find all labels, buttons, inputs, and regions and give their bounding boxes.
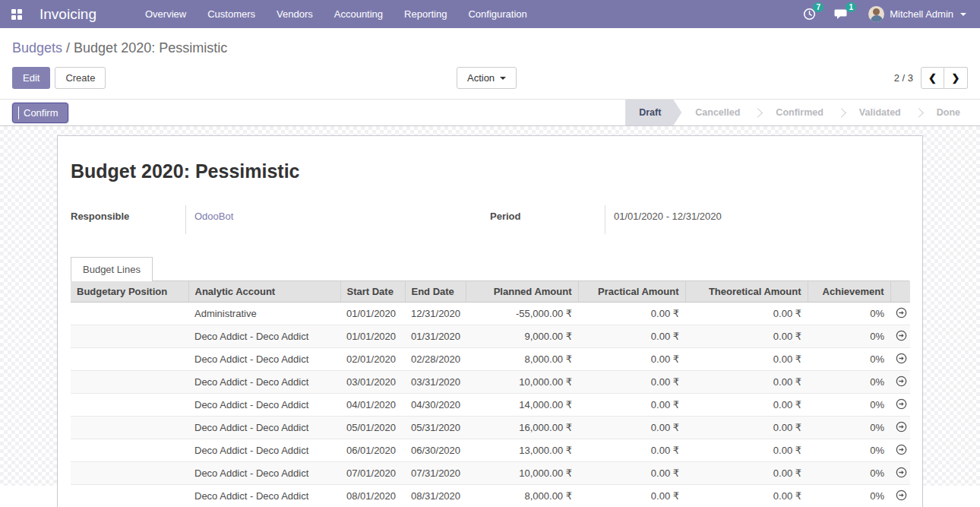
cell-analytic-account[interactable]: Deco Addict - Deco Addict: [188, 371, 340, 394]
column-header-end-date[interactable]: End Date: [405, 281, 466, 303]
cell-start-date[interactable]: 05/01/2020: [340, 417, 405, 439]
cell-entries-action[interactable]: [890, 417, 910, 439]
cell-theoretical-amount[interactable]: 0.00 ₹: [685, 371, 808, 394]
cell-practical-amount[interactable]: 0.00 ₹: [578, 394, 685, 417]
cell-theoretical-amount[interactable]: 0.00 ₹: [685, 485, 808, 507]
nav-menu-item[interactable]: Vendors: [266, 0, 324, 28]
cell-start-date[interactable]: 07/01/2020: [340, 462, 405, 485]
cell-theoretical-amount[interactable]: 0.00 ₹: [685, 348, 808, 371]
cell-analytic-account[interactable]: Deco Addict - Deco Addict: [188, 417, 340, 439]
stage-confirmed[interactable]: Confirmed: [762, 100, 837, 125]
column-header-budgetary-position[interactable]: Budgetary Position: [71, 281, 188, 303]
cell-end-date[interactable]: 01/31/2020: [405, 325, 466, 348]
column-header-practical-amount[interactable]: Practical Amount: [578, 281, 685, 303]
cell-planned-amount[interactable]: 9,000.00 ₹: [466, 325, 578, 348]
cell-theoretical-amount[interactable]: 0.00 ₹: [685, 394, 808, 417]
nav-menu-item[interactable]: Overview: [134, 0, 197, 28]
cell-budgetary-position[interactable]: [71, 417, 188, 439]
cell-achievement[interactable]: 0%: [808, 394, 890, 417]
nav-menu-item[interactable]: Reporting: [394, 0, 457, 28]
cell-budgetary-position[interactable]: [71, 439, 188, 462]
cell-budgetary-position[interactable]: [71, 325, 188, 348]
cell-entries-action[interactable]: [890, 303, 910, 325]
cell-achievement[interactable]: 0%: [808, 485, 890, 507]
budget-line-row[interactable]: Deco Addict - Deco Addict 01/01/2020 01/…: [71, 325, 910, 348]
cell-achievement[interactable]: 0%: [808, 303, 890, 325]
cell-end-date[interactable]: 06/30/2020: [405, 439, 466, 462]
cell-end-date[interactable]: 03/31/2020: [405, 371, 466, 394]
cell-planned-amount[interactable]: 16,000.00 ₹: [466, 417, 578, 439]
budget-line-row[interactable]: Deco Addict - Deco Addict 08/01/2020 08/…: [71, 485, 910, 507]
stage-validated[interactable]: Validated: [846, 100, 915, 125]
confirm-button[interactable]: Confirm: [12, 103, 68, 123]
cell-practical-amount[interactable]: 0.00 ₹: [578, 439, 685, 462]
cell-achievement[interactable]: 0%: [808, 325, 890, 348]
pager-previous-button[interactable]: ❮: [921, 67, 944, 89]
cell-planned-amount[interactable]: -55,000.00 ₹: [466, 303, 578, 325]
cell-practical-amount[interactable]: 0.00 ₹: [578, 462, 685, 485]
cell-start-date[interactable]: 08/01/2020: [340, 485, 405, 507]
column-header-achievement[interactable]: Achievement: [808, 281, 890, 303]
cell-analytic-account[interactable]: Deco Addict - Deco Addict: [188, 348, 340, 371]
cell-entries-action[interactable]: [890, 325, 910, 348]
cell-start-date[interactable]: 02/01/2020: [340, 348, 405, 371]
cell-entries-action[interactable]: [890, 439, 910, 462]
cell-planned-amount[interactable]: 13,000.00 ₹: [466, 439, 578, 462]
action-dropdown-button[interactable]: Action: [457, 67, 517, 89]
apps-menu-button[interactable]: [0, 0, 33, 28]
cell-analytic-account[interactable]: Deco Addict - Deco Addict: [188, 394, 340, 417]
cell-analytic-account[interactable]: Deco Addict - Deco Addict: [188, 462, 340, 485]
cell-analytic-account[interactable]: Administrative: [188, 303, 340, 325]
cell-practical-amount[interactable]: 0.00 ₹: [578, 325, 685, 348]
cell-start-date[interactable]: 03/01/2020: [340, 371, 405, 394]
messages-button[interactable]: 1: [825, 0, 858, 28]
cell-analytic-account[interactable]: Deco Addict - Deco Addict: [188, 325, 340, 348]
cell-practical-amount[interactable]: 0.00 ₹: [578, 485, 685, 507]
tab-budget-lines[interactable]: Budget Lines: [71, 257, 153, 281]
cell-end-date[interactable]: 04/30/2020: [405, 394, 466, 417]
cell-budgetary-position[interactable]: [71, 462, 188, 485]
cell-end-date[interactable]: 12/31/2020: [405, 303, 466, 325]
cell-start-date[interactable]: 06/01/2020: [340, 439, 405, 462]
budget-line-row[interactable]: Deco Addict - Deco Addict 07/01/2020 07/…: [71, 462, 910, 485]
cell-planned-amount[interactable]: 14,000.00 ₹: [466, 394, 578, 417]
cell-start-date[interactable]: 01/01/2020: [340, 303, 405, 325]
budget-line-row[interactable]: Administrative 01/01/2020 12/31/2020 -55…: [71, 303, 910, 325]
user-menu[interactable]: Mitchell Admin: [858, 6, 969, 22]
column-header-planned-amount[interactable]: Planned Amount: [466, 281, 578, 303]
budget-line-row[interactable]: Deco Addict - Deco Addict 05/01/2020 05/…: [71, 417, 910, 439]
budget-line-row[interactable]: Deco Addict - Deco Addict 06/01/2020 06/…: [71, 439, 910, 462]
nav-menu-item[interactable]: Accounting: [324, 0, 394, 28]
column-header-start-date[interactable]: Start Date: [340, 281, 405, 303]
edit-button[interactable]: Edit: [12, 67, 50, 89]
app-brand[interactable]: Invoicing: [33, 6, 103, 23]
cell-start-date[interactable]: 04/01/2020: [340, 394, 405, 417]
budget-line-row[interactable]: Deco Addict - Deco Addict 04/01/2020 04/…: [71, 394, 910, 417]
cell-budgetary-position[interactable]: [71, 348, 188, 371]
budget-line-row[interactable]: Deco Addict - Deco Addict 03/01/2020 03/…: [71, 371, 910, 394]
cell-practical-amount[interactable]: 0.00 ₹: [578, 348, 685, 371]
cell-end-date[interactable]: 07/31/2020: [405, 462, 466, 485]
cell-practical-amount[interactable]: 0.00 ₹: [578, 371, 685, 394]
responsible-value[interactable]: OdooBot: [185, 205, 490, 234]
stage-done[interactable]: Done: [923, 100, 974, 125]
cell-end-date[interactable]: 02/28/2020: [405, 348, 466, 371]
nav-menu-item[interactable]: Configuration: [457, 0, 537, 28]
stage-draft[interactable]: Draft: [625, 100, 681, 125]
cell-entries-action[interactable]: [890, 462, 910, 485]
cell-entries-action[interactable]: [890, 348, 910, 371]
cell-end-date[interactable]: 08/31/2020: [405, 485, 466, 507]
cell-planned-amount[interactable]: 10,000.00 ₹: [466, 462, 578, 485]
cell-theoretical-amount[interactable]: 0.00 ₹: [685, 417, 808, 439]
column-header-analytic-account[interactable]: Analytic Account: [188, 281, 340, 303]
cell-theoretical-amount[interactable]: 0.00 ₹: [685, 303, 808, 325]
cell-analytic-account[interactable]: Deco Addict - Deco Addict: [188, 439, 340, 462]
column-header-theoretical-amount[interactable]: Theoretical Amount: [685, 281, 808, 303]
cell-entries-action[interactable]: [890, 394, 910, 417]
cell-achievement[interactable]: 0%: [808, 439, 890, 462]
cell-planned-amount[interactable]: 8,000.00 ₹: [466, 485, 578, 507]
cell-analytic-account[interactable]: Deco Addict - Deco Addict: [188, 485, 340, 507]
cell-theoretical-amount[interactable]: 0.00 ₹: [685, 462, 808, 485]
cell-budgetary-position[interactable]: [71, 303, 188, 325]
cell-entries-action[interactable]: [890, 485, 910, 507]
